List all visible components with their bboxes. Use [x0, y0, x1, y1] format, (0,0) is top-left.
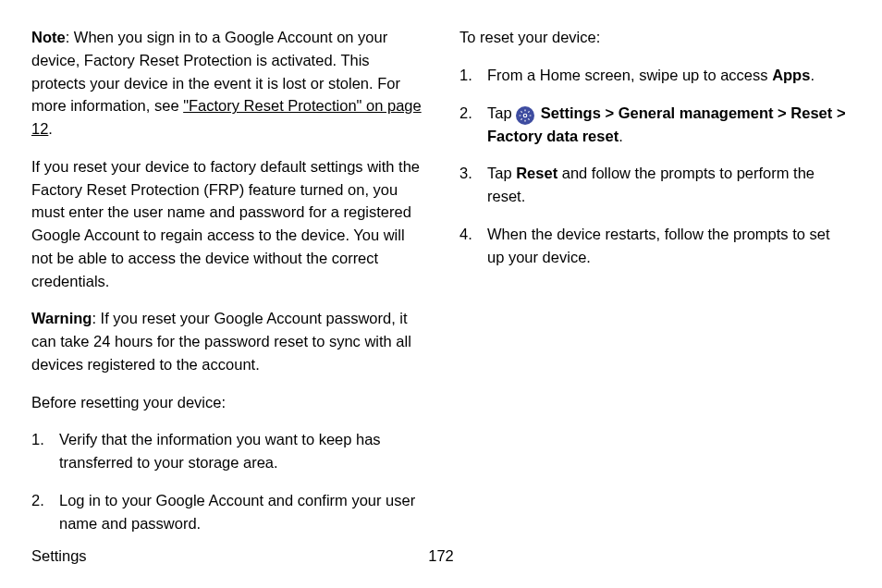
step2-text-a: Tap	[487, 104, 516, 121]
step2-general: General management	[619, 104, 774, 121]
step1-apps: Apps	[772, 67, 810, 83]
list-item: Tap Settings > General management > Rese…	[459, 102, 851, 148]
list-item: Tap Reset and follow the prompts to perf…	[459, 162, 851, 208]
list-item: Log in to your Google Account and confir…	[31, 489, 423, 535]
chevron-icon: >	[778, 104, 787, 121]
right-column: To reset your device: From a Home screen…	[459, 26, 851, 549]
settings-icon	[516, 106, 534, 125]
list-item: When the device restarts, follow the pro…	[459, 223, 851, 269]
footer-section: Settings	[31, 545, 87, 568]
step2-factory: Factory data reset	[487, 128, 619, 144]
note-period: .	[48, 120, 53, 137]
left-column: Note: When you sign in to a Google Accou…	[31, 26, 423, 549]
before-reset-list: Verify that the information you want to …	[31, 428, 423, 534]
list-item: From a Home screen, swipe up to access A…	[459, 64, 851, 87]
frp-paragraph: If you reset your device to factory defa…	[31, 155, 423, 293]
step1-text-c: .	[810, 67, 815, 83]
chevron-icon: >	[837, 104, 846, 121]
svg-point-0	[523, 114, 527, 117]
step3-text-a: Tap	[487, 165, 516, 181]
note-paragraph: Note: When you sign in to a Google Accou…	[31, 26, 423, 141]
warning-paragraph: Warning: If you reset your Google Accoun…	[31, 307, 423, 375]
step2-reset: Reset	[790, 104, 832, 121]
to-reset-list: From a Home screen, swipe up to access A…	[459, 64, 851, 269]
warning-label: Warning	[31, 310, 92, 326]
step3-reset: Reset	[516, 165, 557, 181]
step2-settings: Settings	[541, 104, 601, 121]
page-footer: Settings 172	[31, 545, 851, 568]
list-item: Verify that the information you want to …	[31, 428, 423, 474]
step2-period: .	[619, 128, 623, 144]
before-reset-heading: Before resetting your device:	[31, 391, 423, 414]
step1-text-a: From a Home screen, swipe up to access	[487, 67, 772, 83]
note-label: Note	[31, 29, 66, 45]
to-reset-heading: To reset your device:	[459, 26, 851, 49]
chevron-icon: >	[605, 104, 614, 121]
page-number: 172	[428, 545, 454, 568]
